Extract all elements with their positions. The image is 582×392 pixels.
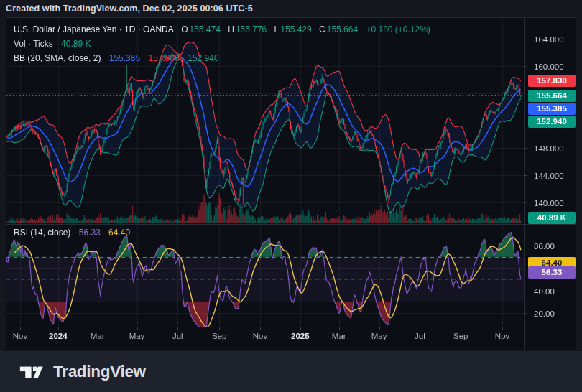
volume-badge: 40.89 K [528,212,576,224]
time-tick-label: Sep [212,332,226,340]
rsi-legend[interactable]: RSI (14, close) 56.33 64.40 [14,228,130,238]
page: Created with TradingView.com, Dec 02, 20… [0,0,582,392]
bb-label: BB (20, SMA, close, 2) [14,53,101,63]
rsi-tick-label: 80.00 [534,241,576,251]
chart-canvas[interactable] [6,18,576,350]
price-badge: 155.664 [528,90,576,102]
symbol-row[interactable]: U.S. Dollar / Japanese Yen · 1D · OANDA … [14,22,430,37]
time-tick-label: Nov [253,332,267,340]
attribution-text: Created with TradingView.com, Dec 02, 20… [6,4,253,14]
price-badge: 157.830 [528,75,576,87]
time-tick-label: May [371,332,387,340]
volume-label: Vol · Ticks [14,39,53,49]
rsi-ma-value: 64.40 [108,228,130,238]
rsi-tick-label: 20.00 [534,309,576,319]
time-tick-label: Nov [13,332,27,340]
change-value: +0.180 (+0.12%) [366,24,430,34]
attribution-bar: Created with TradingView.com, Dec 02, 20… [0,0,582,17]
time-tick-label: 2024 [49,332,68,340]
price-tick-label: 144.000 [534,171,576,181]
time-tick-label: 2025 [291,332,310,340]
tradingview-logo-text: TradingView [53,363,146,381]
volume-value: 40.89 K [61,39,91,49]
low-label: L [274,24,280,34]
bb-lower-value: 152.940 [188,53,218,63]
rsi-value: 56.33 [79,228,101,238]
close-value: 155.664 [327,24,358,34]
rsi-label: RSI (14, close) [14,228,70,238]
price-tick-label: 164.000 [534,34,576,45]
price-tick-label: 148.000 [534,144,576,154]
chart-widget: U.S. Dollar / Japanese Yen · 1D · OANDA … [6,17,576,350]
rsi-tick-label: 40.00 [534,286,576,297]
high-value: 155.776 [236,24,267,34]
tradingview-logo-icon [19,361,45,383]
high-label: H [228,24,234,34]
open-value: 155.474 [189,24,220,34]
time-tick-label: Jul [415,332,425,340]
main-legend: U.S. Dollar / Japanese Yen · 1D · OANDA … [14,22,430,65]
time-tick-label: May [129,332,145,340]
price-tick-label: 160.000 [534,62,576,72]
close-label: C [319,24,325,34]
time-tick-label: Jul [172,332,183,340]
time-tick-label: Nov [495,332,509,340]
time-tick-label: Mar [91,332,105,340]
rsi-badge: 56.33 [528,266,576,279]
volume-row[interactable]: Vol · Ticks 40.89 K [14,37,430,51]
symbol-title: U.S. Dollar / Japanese Yen · 1D · OANDA [14,24,174,34]
price-tick-label: 140.000 [534,198,576,208]
bb-basis-value: 155.385 [109,53,140,63]
low-value: 155.429 [280,24,311,34]
open-label: O [181,24,188,34]
time-tick-label: Sep [453,332,468,340]
price-badge: 155.385 [528,103,576,115]
price-badge: 152.940 [528,116,576,128]
tradingview-logo[interactable]: TradingView [0,351,582,392]
time-tick-label: Mar [332,332,346,340]
bb-upper-value: 157.830 [148,53,179,63]
bb-row[interactable]: BB (20, SMA, close, 2) 155.385 157.830 1… [14,51,430,65]
